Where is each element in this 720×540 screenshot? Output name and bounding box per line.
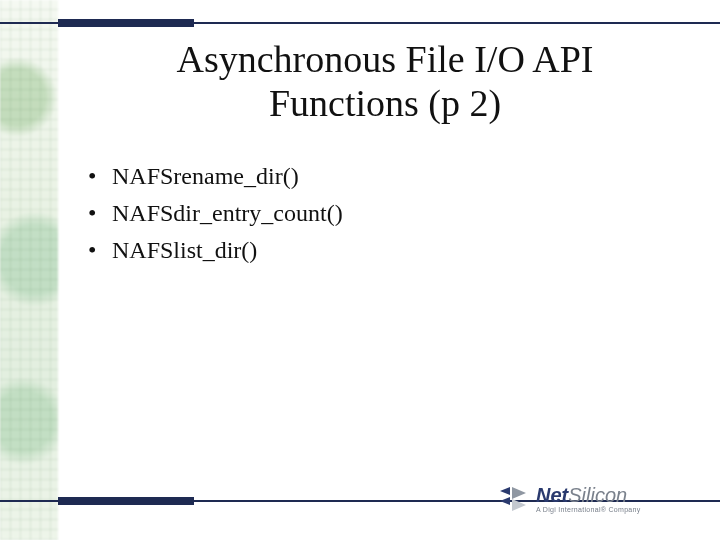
- top-divider-thick: [58, 19, 194, 27]
- slide-title-line2: Functions (p 2): [269, 82, 501, 124]
- logo-brand-net: Net: [536, 484, 568, 506]
- svg-marker-2: [512, 487, 526, 499]
- logo-tagline: A Digi International® Company: [536, 506, 641, 513]
- bullet-text: NAFSrename_dir(): [112, 163, 299, 189]
- netsilicon-logo: NetSilicon A Digi International® Company: [500, 476, 690, 522]
- bullet-list: NAFSrename_dir() NAFSdir_entry_count() N…: [88, 158, 343, 270]
- bullet-text: NAFSdir_entry_count(): [112, 200, 343, 226]
- decorative-left-strip: [0, 0, 58, 540]
- logo-mark-icon: [500, 487, 528, 511]
- top-divider: [0, 22, 720, 24]
- list-item: NAFSdir_entry_count(): [88, 195, 343, 232]
- svg-marker-0: [500, 487, 510, 495]
- list-item: NAFSlist_dir(): [88, 232, 343, 269]
- logo-brand: NetSilicon: [536, 485, 641, 506]
- logo-brand-silicon: Silicon: [568, 484, 627, 506]
- slide-title-line1: Asynchronous File I/O API: [177, 38, 594, 80]
- svg-marker-1: [500, 497, 510, 505]
- bullet-text: NAFSlist_dir(): [112, 237, 257, 263]
- bottom-divider-thick: [58, 497, 194, 505]
- svg-marker-3: [512, 499, 526, 511]
- slide-title: Asynchronous File I/O API Functions (p 2…: [90, 38, 680, 125]
- list-item: NAFSrename_dir(): [88, 158, 343, 195]
- logo-text: NetSilicon A Digi International® Company: [536, 485, 641, 513]
